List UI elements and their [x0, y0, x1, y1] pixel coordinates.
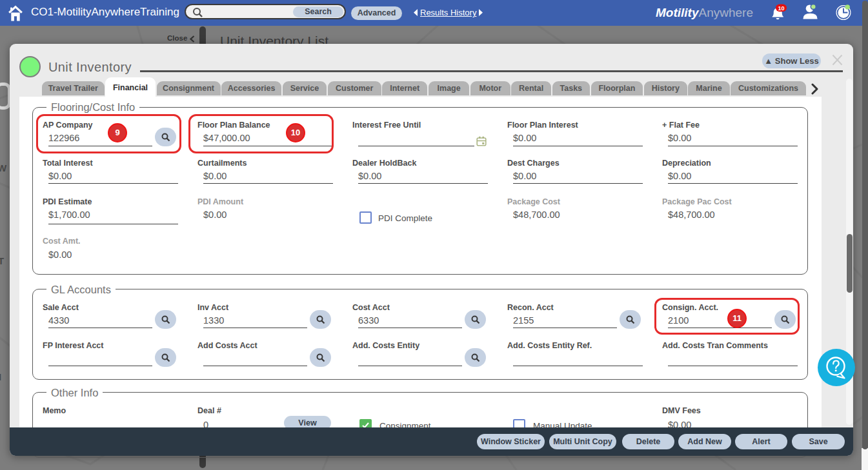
svg-text:10: 10 — [778, 5, 784, 12]
